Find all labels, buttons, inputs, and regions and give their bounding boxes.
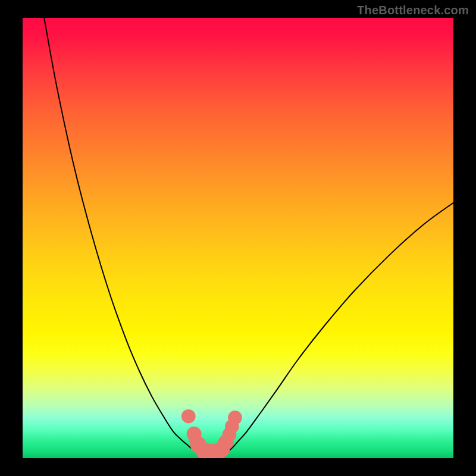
- data-marker: [181, 409, 196, 424]
- data-marker: [228, 411, 242, 425]
- series-left-curve: [44, 18, 201, 454]
- chart-frame: TheBottleneck.com: [0, 0, 476, 476]
- watermark-text: TheBottleneck.com: [357, 4, 469, 17]
- curve-layer: [23, 18, 453, 458]
- plot-area: [23, 18, 453, 458]
- series-right-curve: [225, 203, 453, 454]
